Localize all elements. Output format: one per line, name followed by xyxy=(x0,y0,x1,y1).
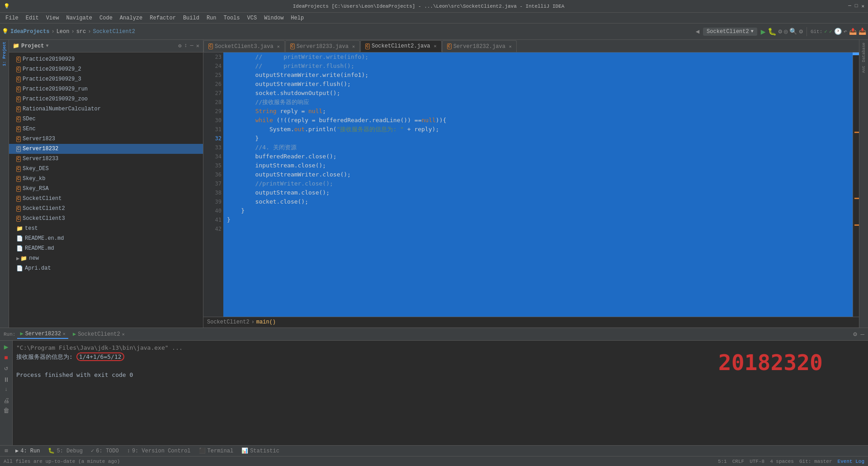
menu-item-tools[interactable]: Tools xyxy=(220,14,244,22)
bt-tab-run[interactable]: ▶ 4: Run xyxy=(12,447,43,455)
breadcrumb-folder2[interactable]: src xyxy=(76,29,86,35)
tab-server18233[interactable]: C Server18233.java ✕ xyxy=(285,40,360,52)
run-print-button[interactable]: 🖨 xyxy=(3,397,9,404)
git-history-button[interactable]: 🕐 xyxy=(834,28,842,35)
menu-item-file[interactable]: File xyxy=(2,14,22,22)
project-header-dropdown[interactable]: ▼ xyxy=(46,43,48,48)
tree-item[interactable]: CPractice20190929_run xyxy=(9,84,203,94)
menu-item-build[interactable]: Build xyxy=(179,14,203,22)
tree-item[interactable]: CSocketClient xyxy=(9,194,203,204)
tree-item[interactable]: CSocketClient2 xyxy=(9,204,203,214)
code-editor[interactable]: 23 24 25 26 27 28 29 30 31 32 33 34 35 3… xyxy=(203,52,859,317)
git-push-button[interactable]: 📤 xyxy=(849,28,857,35)
tree-item[interactable]: CSkey_kb xyxy=(9,174,203,184)
bt-tab-todo[interactable]: ✓ 6: TODO xyxy=(87,447,123,455)
tree-item-new[interactable]: ▶📁new xyxy=(9,253,203,263)
sync-icon[interactable]: ↕ xyxy=(184,43,187,49)
menu-item-navigate[interactable]: Navigate xyxy=(62,14,96,22)
tree-item[interactable]: CServer18233 xyxy=(9,154,203,164)
tree-item[interactable]: CSocketClient3 xyxy=(9,214,203,223)
tab-socketclient2-active[interactable]: C SocketClient2.java ✕ xyxy=(360,40,442,52)
collapse-icon[interactable]: — xyxy=(190,43,193,49)
minimize-button[interactable]: ─ xyxy=(848,3,851,9)
nav-back-button[interactable]: ◀ xyxy=(696,28,699,35)
breadcrumb-file[interactable]: SocketClient2 xyxy=(93,29,135,35)
window-controls[interactable]: ─ □ ✕ xyxy=(848,3,864,9)
close-panel-icon[interactable]: ✕ xyxy=(196,43,199,49)
menu-item-analyze[interactable]: Analyze xyxy=(116,14,146,22)
breadcrumb-file-name[interactable]: SocketClient2 xyxy=(207,319,250,325)
ant-tab[interactable]: Ant xyxy=(862,64,866,75)
tree-item-readme[interactable]: 📄README.md xyxy=(9,243,203,253)
build-button[interactable]: ⚙ xyxy=(778,28,782,35)
run-config-selector[interactable]: SocketClient2 ▼ xyxy=(703,28,757,36)
run-minimize-icon[interactable]: — xyxy=(861,331,864,338)
bt-tab-terminal[interactable]: ⬛ Terminal xyxy=(195,447,237,455)
menu-item-vcs[interactable]: VCS xyxy=(244,14,261,22)
git-revert-button[interactable]: ↶ xyxy=(844,28,847,35)
tab-close-icon[interactable]: ✕ xyxy=(352,44,355,49)
tab-close-icon[interactable]: ✕ xyxy=(63,331,66,337)
search-everywhere-button[interactable]: 🔍 xyxy=(789,28,797,35)
bt-tab-statistic[interactable]: 📊 Statistic xyxy=(238,447,283,455)
database-tab[interactable]: Database xyxy=(862,41,866,64)
run-clear-button[interactable]: 🗑 xyxy=(3,407,9,414)
tab-socketclient3[interactable]: C SocketClient3.java ✕ xyxy=(203,40,285,52)
settings-button[interactable]: ⚙ xyxy=(799,28,802,35)
bt-tab-vcs[interactable]: ↕ 9: Version Control xyxy=(123,447,194,455)
bt-tab-debug[interactable]: 🐛 5: Debug xyxy=(44,447,86,455)
tree-item[interactable]: CPractice20190929_3 xyxy=(9,74,203,84)
tree-item[interactable]: CSDec xyxy=(9,114,203,124)
gear-icon[interactable]: ⚙ xyxy=(178,43,181,49)
tree-item-test[interactable]: 📁test xyxy=(9,223,203,233)
project-tab-icon[interactable]: 1: Project xyxy=(2,42,7,66)
tree-item-apri[interactable]: 📄Apri.dat xyxy=(9,263,203,273)
maximize-button[interactable]: □ xyxy=(855,3,858,9)
menu-item-view[interactable]: View xyxy=(42,14,63,22)
sidebar-toggle-icon[interactable]: ⊞ xyxy=(2,447,11,456)
breadcrumb-project[interactable]: IdeaProjects xyxy=(10,29,49,35)
menu-item-edit[interactable]: Edit xyxy=(22,14,42,22)
tree-item[interactable]: CSEnc xyxy=(9,124,203,134)
tree-item[interactable]: CServer1823 xyxy=(9,134,203,144)
tree-item[interactable]: CRationalNumberCalculator xyxy=(9,104,203,114)
git-check1[interactable]: ✓ xyxy=(824,29,827,34)
code-content[interactable]: // printWriter.write(info); // printWrit… xyxy=(223,52,853,317)
menu-item-refactor[interactable]: Refactor xyxy=(146,14,179,22)
run-tab-server18232[interactable]: ▶ Server18232 ✕ xyxy=(17,329,68,339)
breadcrumb-folder1[interactable]: Leon xyxy=(57,29,70,35)
git-status[interactable]: Git: master xyxy=(799,459,832,464)
run-suspend-button[interactable]: ⏸ xyxy=(3,376,9,384)
run-stop-button[interactable]: ■ xyxy=(4,354,8,361)
tab-server18232[interactable]: C Server18232.java ✕ xyxy=(442,40,517,52)
close-button[interactable]: ✕ xyxy=(861,3,864,9)
run-rerun-button[interactable]: ↺ xyxy=(4,364,8,372)
menu-item-run[interactable]: Run xyxy=(203,14,220,22)
tree-item[interactable]: CPractice20190929_2 xyxy=(9,64,203,74)
menu-item-window[interactable]: Window xyxy=(260,14,287,22)
breadcrumb-method[interactable]: main() xyxy=(256,319,276,325)
git-check2[interactable]: ✓ xyxy=(829,29,832,34)
tree-item[interactable]: CSkey_RSA xyxy=(9,184,203,194)
tree-item[interactable]: CPractice20190929 xyxy=(9,54,203,64)
cursor-position[interactable]: 5:1 xyxy=(718,459,727,464)
tab-close-icon[interactable]: ✕ xyxy=(122,332,125,337)
run-button[interactable]: ▶ xyxy=(761,27,766,37)
line-ending[interactable]: CRLF xyxy=(732,459,744,464)
run-config-dropdown-icon[interactable]: ▼ xyxy=(751,29,754,34)
encoding[interactable]: UTF-8 xyxy=(750,459,764,464)
tree-item-selected[interactable]: CServer18232 xyxy=(9,144,203,154)
debug-button[interactable]: 🐛 xyxy=(768,27,777,36)
tab-close-icon[interactable]: ✕ xyxy=(277,44,280,49)
indent-setting[interactable]: 4 spaces xyxy=(770,459,794,464)
run-play-button[interactable]: ▶ xyxy=(4,342,9,352)
run-tab-socketclient2[interactable]: ▶ SocketClient2 ✕ xyxy=(70,330,127,338)
tab-close-icon[interactable]: ✕ xyxy=(434,43,437,49)
menu-item-code[interactable]: Code xyxy=(96,14,116,22)
event-log-button[interactable]: Event Log xyxy=(838,459,864,464)
run-scroll-button[interactable]: ↓ xyxy=(5,386,8,393)
run-settings-icon[interactable]: ⚙ xyxy=(853,330,857,338)
git-pull-button[interactable]: 📥 xyxy=(859,28,866,35)
menu-item-help[interactable]: Help xyxy=(287,14,307,22)
tab-close-icon[interactable]: ✕ xyxy=(509,44,512,49)
